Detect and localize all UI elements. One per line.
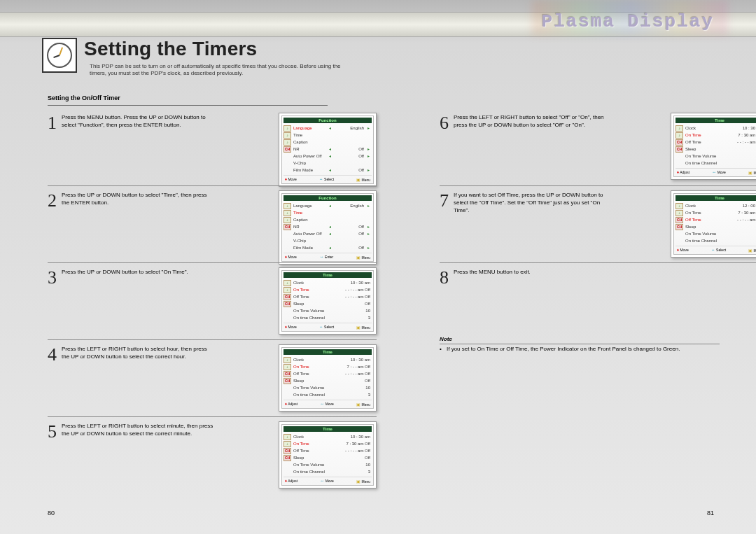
right-column: 6 Press the LEFT or RIGHT button to sele… — [440, 108, 756, 297]
step-4: 4 Press the LEFT or RIGHT button to sele… — [48, 339, 377, 416]
step-number: 7 — [440, 190, 449, 211]
step-text: Press the LEFT or RIGHT button to select… — [454, 114, 608, 129]
step-text: Press the LEFT or RIGHT button to select… — [62, 346, 216, 361]
step-2: 2 Press the UP or DOWN button to select … — [48, 185, 377, 262]
osd-screenshot: Function♪Language◄English►♪Time♪CaptionC… — [279, 190, 377, 265]
note-rule — [440, 344, 720, 344]
step-number: 3 — [48, 267, 57, 288]
page-title: Setting the Timers — [84, 38, 257, 60]
step-text: If you want to set Off Time, press the U… — [454, 192, 608, 214]
brand-title: Plasma Display — [542, 11, 714, 32]
step-number: 8 — [440, 267, 449, 288]
subtitle-rule — [48, 105, 328, 106]
osd-screenshot: Time♪Clock10 : 30 am♪On Time7 : 30 am On… — [671, 113, 756, 180]
left-column: 1 Press the MENU button. Press the UP or… — [48, 108, 377, 493]
step-1: 1 Press the MENU button. Press the UP or… — [48, 108, 377, 185]
step-5: 5 Press the LEFT or RIGHT button to sele… — [48, 416, 377, 493]
step-text: Press the MENU button. Press the UP or D… — [62, 114, 216, 129]
step-text: Press the LEFT or RIGHT button to select… — [62, 423, 216, 438]
page-number-left: 80 — [48, 510, 55, 517]
page-number-right: 81 — [707, 510, 714, 517]
clock-icon — [42, 38, 77, 73]
step-number: 6 — [440, 113, 449, 134]
step-6: 6 Press the LEFT or RIGHT button to sele… — [440, 108, 756, 185]
step-number: 2 — [48, 190, 57, 211]
osd-screenshot: Time♪Clock10 : 30 am♪On Time- - : - - am… — [279, 267, 377, 335]
step-7: 7 If you want to set Off Time, press the… — [440, 185, 756, 262]
step-number: 1 — [48, 113, 57, 134]
osd-screenshot: Time♪Clock10 : 30 am♪On Time7 : - - am O… — [279, 344, 377, 412]
step-text: Press the UP or DOWN button to select "O… — [62, 269, 216, 276]
note-block: Note If you set to On Time or Off Time, … — [440, 336, 720, 353]
osd-screenshot: Time♪Clock10 : 30 am♪On Time7 : 30 am Of… — [279, 421, 377, 489]
intro-text: This PDP can be set to turn on or off au… — [90, 63, 342, 78]
step-3: 3 Press the UP or DOWN button to select … — [48, 262, 377, 339]
osd-screenshot: Time♪Clock12 : 00 am♪On Time7 : 30 am On… — [671, 190, 756, 258]
step-number: 5 — [48, 421, 57, 442]
step-8: 8 Press the MENU button to exit. — [440, 262, 756, 297]
osd-screenshot: Function♪Language◄English►♪Time♪CaptionC… — [279, 113, 377, 187]
step-number: 4 — [48, 344, 57, 365]
step-text: Press the UP or DOWN button to select "T… — [62, 192, 216, 207]
note-text: If you set to On Time or Off Time, the P… — [440, 346, 720, 353]
section-subtitle: Setting the On/Off Timer — [48, 94, 120, 101]
note-header: Note — [440, 336, 720, 342]
step-text: Press the MENU button to exit. — [454, 269, 608, 276]
